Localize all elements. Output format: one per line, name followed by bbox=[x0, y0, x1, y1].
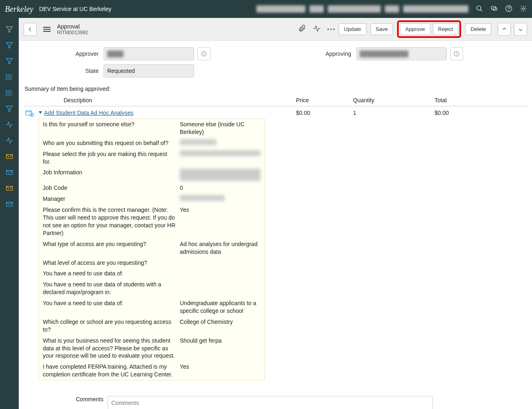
svg-point-20 bbox=[6, 92, 7, 93]
svg-rect-23 bbox=[7, 154, 13, 158]
detail-question: Please confirm this is the correct manag… bbox=[43, 206, 180, 237]
svg-point-21 bbox=[6, 95, 7, 95]
detail-row: Manager bbox=[39, 194, 265, 204]
detail-question: What level of access are you requesting? bbox=[43, 259, 180, 267]
summary-label: Summary of Item being approved: bbox=[23, 81, 528, 95]
help-icon[interactable] bbox=[505, 5, 512, 13]
state-label: State bbox=[23, 68, 104, 74]
detail-answer: Ad hoc analyses for undergrad admissions… bbox=[180, 240, 260, 256]
comments-label: Comments bbox=[27, 396, 108, 409]
detail-row: I have completed FERPA training. Attache… bbox=[39, 361, 265, 380]
next-record-button[interactable] bbox=[514, 23, 527, 36]
approve-button[interactable]: Approve bbox=[400, 23, 430, 35]
filter-icon-4[interactable] bbox=[5, 105, 13, 114]
reject-button[interactable]: Reject bbox=[433, 23, 459, 35]
detail-question: Please select the job you are making thi… bbox=[43, 150, 180, 166]
detail-row: Who are you submitting this request on b… bbox=[39, 138, 265, 149]
activity-icon[interactable] bbox=[5, 121, 13, 130]
approving-info-icon[interactable] bbox=[450, 47, 463, 60]
catalog-item-icon bbox=[25, 112, 34, 118]
expand-toggle-icon[interactable] bbox=[38, 110, 42, 116]
detail-row: Job Information bbox=[39, 167, 265, 183]
state-field[interactable]: Requested bbox=[104, 64, 194, 77]
mail-icon-3[interactable] bbox=[5, 184, 13, 194]
detail-answer: Yes bbox=[180, 206, 260, 237]
svg-marker-22 bbox=[7, 106, 13, 111]
detail-row: Is this for yourself or someone else?Som… bbox=[39, 119, 265, 138]
logo: Berkeley bbox=[5, 4, 33, 14]
svg-point-14 bbox=[6, 77, 7, 77]
user-info-redacted bbox=[256, 5, 468, 13]
row-total: $0.00 bbox=[435, 110, 528, 389]
detail-answer: College of Chemistry bbox=[180, 318, 260, 334]
detail-answer bbox=[180, 139, 260, 147]
detail-question: You have a need to use data of: bbox=[43, 299, 180, 315]
svg-rect-24 bbox=[7, 170, 13, 174]
col-quantity: Quantity bbox=[353, 97, 435, 103]
chat-icon[interactable] bbox=[490, 5, 498, 13]
list-icon[interactable] bbox=[5, 73, 13, 82]
list-icon-2[interactable] bbox=[5, 89, 13, 98]
left-sidebar bbox=[0, 18, 19, 409]
detail-row: What type of access are you requesting?A… bbox=[39, 239, 265, 257]
col-total: Total bbox=[435, 97, 528, 103]
detail-question: You have a need to use data of: bbox=[43, 270, 180, 277]
detail-answer bbox=[180, 195, 260, 203]
main-content: Approval RITM0013992 Update Save Approve… bbox=[19, 18, 532, 409]
comments-input[interactable] bbox=[108, 396, 433, 409]
back-button[interactable] bbox=[24, 23, 37, 36]
approver-field[interactable]: ████ bbox=[104, 47, 194, 60]
svg-point-13 bbox=[6, 75, 7, 75]
item-link[interactable]: Add Student Data Ad Hoc Analyses bbox=[44, 110, 133, 116]
approver-info-icon[interactable] bbox=[197, 47, 210, 60]
detail-row: You have a need to use data of students … bbox=[39, 279, 265, 298]
detail-row: Job Code0 bbox=[39, 183, 265, 194]
save-button[interactable]: Save bbox=[371, 23, 393, 35]
filter-icon[interactable] bbox=[5, 25, 13, 35]
detail-answer bbox=[180, 169, 260, 181]
gear-icon[interactable] bbox=[520, 5, 527, 13]
detail-question: Manager bbox=[43, 195, 180, 203]
mail-icon-4[interactable] bbox=[5, 200, 13, 209]
mail-icon[interactable] bbox=[5, 152, 13, 162]
row-qty: 1 bbox=[353, 110, 435, 389]
svg-point-29 bbox=[204, 53, 204, 53]
filter-icon-2[interactable] bbox=[5, 41, 13, 51]
detail-question: I have completed FERPA training. Attache… bbox=[43, 363, 180, 378]
svg-point-15 bbox=[6, 79, 7, 79]
detail-row: Which college or school are you requesti… bbox=[39, 317, 265, 335]
row-price: $0.00 bbox=[296, 110, 353, 389]
detail-question: Which college or school are you requesti… bbox=[43, 318, 180, 334]
update-button[interactable]: Update bbox=[339, 23, 366, 35]
record-number: RITM0013992 bbox=[57, 30, 88, 35]
detail-answer: Someone else (inside UC Berkeley) bbox=[180, 121, 260, 136]
search-icon[interactable] bbox=[476, 5, 483, 13]
detail-row: You have a need to use data of:Undergrad… bbox=[39, 298, 265, 317]
svg-marker-9 bbox=[7, 58, 13, 64]
detail-row: Please select the job you are making thi… bbox=[39, 149, 265, 167]
svg-point-6 bbox=[523, 7, 525, 9]
prev-record-button[interactable] bbox=[498, 23, 511, 36]
col-price: Price bbox=[296, 97, 353, 103]
delete-button[interactable]: Delete bbox=[465, 23, 491, 35]
detail-answer bbox=[180, 150, 260, 166]
menu-icon[interactable] bbox=[41, 24, 53, 34]
filter-icon-3[interactable] bbox=[5, 57, 13, 66]
table-header: Description Price Quantity Total bbox=[23, 95, 528, 106]
detail-answer bbox=[180, 259, 260, 267]
approver-label: Approver bbox=[23, 51, 104, 57]
activity-stream-icon[interactable] bbox=[313, 24, 321, 34]
service-title: DEV Service at UC Berkeley bbox=[39, 6, 111, 12]
mail-icon-2[interactable] bbox=[5, 168, 13, 178]
svg-line-1 bbox=[480, 9, 482, 11]
activity-icon-2[interactable] bbox=[5, 136, 13, 146]
detail-answer: Undergraduate applicants to a specific c… bbox=[180, 299, 260, 315]
attachment-icon[interactable] bbox=[298, 24, 306, 34]
item-details-box: Is this for yourself or someone else?Som… bbox=[38, 119, 265, 380]
page-title: Approval bbox=[57, 23, 88, 30]
detail-question: Job Information bbox=[43, 169, 180, 181]
detail-answer: 0 bbox=[180, 184, 260, 192]
detail-question: What type of access are you requesting? bbox=[43, 240, 180, 256]
more-actions-icon[interactable] bbox=[327, 29, 335, 30]
approving-field[interactable]: ████████████ bbox=[356, 47, 447, 60]
